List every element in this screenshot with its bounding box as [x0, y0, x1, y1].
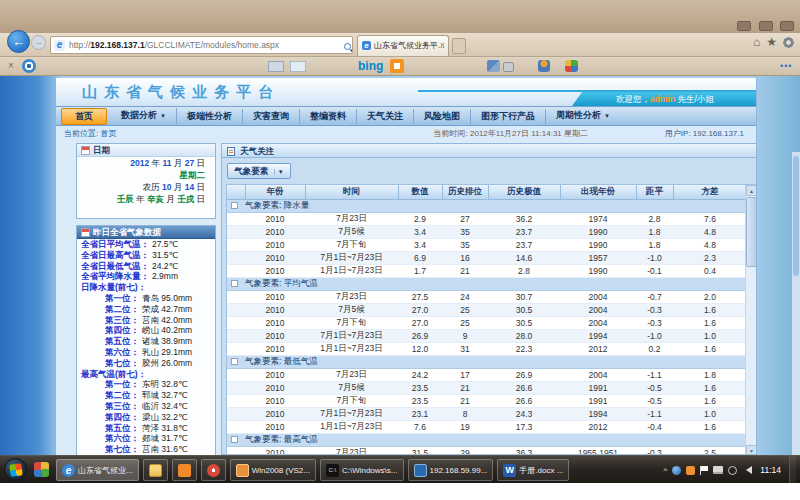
browser-tab[interactable]: e山东省气候业务平... × [357, 35, 449, 56]
forward-button[interactable]: → [31, 35, 46, 50]
pinned-app-icon[interactable] [34, 462, 49, 477]
table-row[interactable]: 20101月1日~7月23日1.7212.81990-0.10.4 [227, 264, 747, 277]
nav-item-5[interactable]: 天气关注 [357, 109, 414, 124]
column-header[interactable]: 历史极值 [488, 185, 560, 199]
taskbar-window-7[interactable]: W手册.docx ... [497, 459, 569, 481]
speaker-icon[interactable] [742, 466, 752, 474]
table-row[interactable]: 20101月1日~7月23日7.61917.32012-0.41.6 [227, 420, 747, 433]
show-desktop-button[interactable] [789, 456, 796, 484]
checkbox[interactable] [231, 202, 238, 209]
windows-update-icon[interactable] [728, 466, 737, 475]
community-icon[interactable] [565, 60, 578, 72]
table-row[interactable]: 20107月5候23.52126.61991-0.51.6 [227, 381, 747, 394]
table-scrollbar[interactable]: ▲ ▼ [745, 185, 756, 455]
table-row[interactable]: 20107月下旬3.43523.719901.84.8 [227, 238, 747, 251]
network-icon[interactable] [713, 466, 723, 474]
cell: 1990 [560, 264, 636, 277]
taskbar-window-5[interactable]: C:\C:\Windows\s... [320, 459, 404, 481]
column-header[interactable]: 方差 [673, 185, 747, 199]
bing-app-icon[interactable] [390, 59, 404, 73]
table-row[interactable]: 20107月23日24.21726.92004-1.11.8 [227, 368, 747, 381]
column-header[interactable]: 出现年份 [560, 185, 636, 199]
column-header[interactable]: 历史排位 [442, 185, 488, 199]
mail-icon[interactable] [268, 61, 284, 72]
start-button[interactable] [4, 458, 27, 481]
gear-icon[interactable] [783, 37, 794, 48]
nav-item-8[interactable]: 周期性分析▼ [546, 108, 620, 124]
envelope-icon[interactable] [290, 61, 306, 72]
section-header-row[interactable]: 气象要素: 降水量 [227, 199, 747, 212]
person-icon[interactable] [538, 60, 550, 72]
scroll-down-icon[interactable]: ▼ [746, 445, 757, 455]
rank-row: 第三位：临沂 32.4℃ [77, 401, 215, 412]
table-row[interactable]: 20107月1日~7月23日6.91614.61957-1.02.3 [227, 251, 747, 264]
scrollbar-thumb[interactable] [746, 197, 757, 267]
nav-item-0[interactable]: 首页 [61, 108, 107, 125]
taskbar-window-4[interactable]: Win2008 (VS2... [230, 459, 316, 481]
camera-icon[interactable] [503, 62, 514, 72]
bing-logo[interactable]: bing [358, 59, 383, 73]
taskbar-window-6[interactable]: 192.168.59.99... [408, 459, 494, 481]
messenger-tray-icon[interactable] [672, 466, 681, 475]
taskbar-window-3[interactable] [201, 459, 226, 481]
back-button[interactable]: ← [7, 30, 30, 53]
security-tray-icon[interactable] [686, 466, 695, 475]
table-row[interactable]: 20107月下旬23.52126.61991-0.51.6 [227, 394, 747, 407]
table-row[interactable]: 20107月23日2.92736.219742.87.6 [227, 212, 747, 225]
photo-icon[interactable] [487, 60, 500, 72]
rank-label: 第一位： [77, 379, 139, 389]
taskbar-window-0[interactable]: e山东省气候业... [56, 459, 139, 481]
toolbar-close-icon[interactable]: × [8, 60, 14, 71]
home-icon[interactable]: ⌂ [753, 35, 766, 49]
taskbar-window-2[interactable] [172, 459, 197, 481]
column-header[interactable]: 年份 [245, 185, 305, 199]
section-header-row[interactable]: 气象要素: 平均气温 [227, 277, 747, 290]
table-row[interactable]: 20101月1日~7月23日12.03122.320120.21.6 [227, 342, 747, 355]
table-row[interactable]: 20107月5候27.02530.52004-0.31.6 [227, 303, 747, 316]
table-row[interactable]: 20107月1日~7月23日23.1824.31994-1.11.0 [227, 407, 747, 420]
table-row[interactable]: 20107月5候3.43523.719901.84.8 [227, 225, 747, 238]
column-header[interactable]: 时间 [305, 185, 398, 199]
nav-item-2[interactable]: 极端性分析 [177, 109, 243, 124]
checkbox[interactable] [231, 358, 238, 365]
table-row[interactable]: 20107月23日27.52430.72004-0.72.0 [227, 290, 747, 303]
more-options-icon[interactable]: ••• [780, 61, 792, 71]
windows-logo-icon [9, 463, 23, 477]
nav-item-7[interactable]: 图形下行产品 [471, 109, 546, 124]
page-scrollbar-thumb[interactable] [793, 156, 799, 276]
cell: 2012 [560, 342, 636, 355]
search-icon[interactable] [344, 43, 351, 50]
column-header[interactable]: 数值 [398, 185, 442, 199]
date-line: 2012 年 11 月 27 日 [77, 157, 215, 169]
nav-item-1[interactable]: 数据分析▼ [111, 108, 177, 124]
table-row[interactable]: 20107月23日31.52936.31955,1951-0.32.5 [227, 446, 747, 455]
close-button[interactable] [780, 21, 794, 31]
taskbar-window-1[interactable] [143, 459, 168, 481]
favorites-star-icon[interactable]: ★ [766, 35, 783, 49]
tab-close-icon[interactable]: × [440, 36, 445, 55]
section-header-row[interactable]: 气象要素: 最高气温 [227, 433, 747, 446]
minimize-button[interactable] [737, 21, 751, 31]
clock[interactable]: 11:14 [760, 465, 781, 475]
checkbox[interactable] [231, 436, 238, 443]
weather-table-wrap: 年份时间数值历史排位历史极值出现年份距平方差气象要素: 降水量20107月23日… [226, 184, 757, 455]
nav-item-4[interactable]: 整编资料 [300, 109, 357, 124]
table-row[interactable]: 20107月下旬27.02530.52004-0.31.6 [227, 316, 747, 329]
new-tab-button[interactable] [452, 38, 466, 54]
stat-value: 24.2℃ [152, 261, 178, 271]
section-header-row[interactable]: 气象要素: 最低气温 [227, 355, 747, 368]
maximize-button[interactable] [759, 21, 773, 31]
nav-item-label: 灾害查询 [253, 111, 289, 121]
checkbox[interactable] [231, 280, 238, 287]
nav-item-6[interactable]: 风险地图 [414, 109, 471, 124]
column-header[interactable]: 距平 [636, 185, 673, 199]
element-filter-button[interactable]: 气象要素 ▼ [227, 163, 291, 179]
tray-expand-icon[interactable]: ^ [664, 466, 668, 475]
action-center-flag-icon[interactable] [700, 466, 708, 475]
nav-item-3[interactable]: 灾害查询 [243, 109, 300, 124]
scroll-up-icon[interactable]: ▲ [746, 185, 757, 196]
compass-icon[interactable] [22, 59, 36, 73]
cell: 2010 [245, 316, 305, 329]
table-row[interactable]: 20107月1日~7月23日26.9928.01994-1.01.0 [227, 329, 747, 342]
address-bar[interactable]: e http://192.168.137.1/GLCCLIMATE/module… [50, 36, 353, 54]
